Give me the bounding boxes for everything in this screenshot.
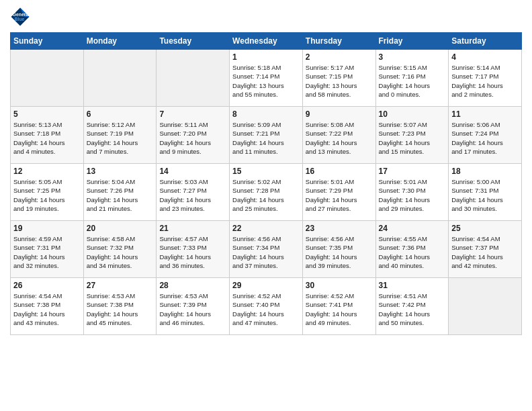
calendar-cell: 30Sunrise: 4:52 AMSunset: 7:41 PMDayligh… [302, 278, 375, 335]
day-info: Sunrise: 4:52 AMSunset: 7:41 PMDaylight:… [306, 291, 373, 327]
calendar-cell [157, 50, 230, 107]
day-number: 15 [232, 167, 300, 176]
day-info: Sunrise: 5:15 AMSunset: 7:16 PMDaylight:… [379, 63, 446, 99]
day-info: Sunrise: 5:08 AMSunset: 7:22 PMDaylight:… [306, 120, 373, 156]
day-number: 19 [13, 224, 81, 233]
day-number: 10 [379, 109, 446, 119]
calendar-cell: 4Sunrise: 5:14 AMSunset: 7:17 PMDaylight… [449, 50, 522, 107]
day-info: Sunrise: 5:04 AMSunset: 7:26 PMDaylight:… [87, 177, 154, 213]
logo-icon: General Blue [10, 7, 30, 27]
day-info: Sunrise: 5:13 AMSunset: 7:18 PMDaylight:… [13, 120, 81, 156]
day-number: 6 [87, 109, 154, 119]
calendar-cell: 13Sunrise: 5:04 AMSunset: 7:26 PMDayligh… [83, 164, 157, 221]
day-number: 21 [159, 224, 226, 233]
day-header-tuesday: Tuesday [157, 33, 230, 50]
day-number: 24 [379, 224, 446, 233]
header: General Blue [10, 7, 522, 27]
calendar-cell: 1Sunrise: 5:18 AMSunset: 7:14 PMDaylight… [230, 50, 303, 107]
day-header-wednesday: Wednesday [230, 33, 303, 50]
calendar-cell: 27Sunrise: 4:53 AMSunset: 7:38 PMDayligh… [83, 278, 157, 335]
day-number: 25 [451, 224, 519, 233]
day-info: Sunrise: 5:11 AMSunset: 7:20 PMDaylight:… [159, 120, 226, 156]
svg-text:Blue: Blue [15, 17, 25, 21]
svg-text:General: General [13, 12, 30, 17]
day-info: Sunrise: 4:56 AMSunset: 7:34 PMDaylight:… [232, 234, 300, 270]
day-number: 26 [13, 281, 81, 290]
day-info: Sunrise: 5:02 AMSunset: 7:28 PMDaylight:… [232, 177, 300, 213]
calendar-cell: 17Sunrise: 5:01 AMSunset: 7:30 PMDayligh… [375, 164, 449, 221]
calendar-cell: 21Sunrise: 4:57 AMSunset: 7:33 PMDayligh… [157, 221, 230, 278]
calendar-cell: 9Sunrise: 5:08 AMSunset: 7:22 PMDaylight… [302, 107, 375, 164]
calendar-cell: 25Sunrise: 4:54 AMSunset: 7:37 PMDayligh… [449, 221, 522, 278]
calendar-cell: 12Sunrise: 5:05 AMSunset: 7:25 PMDayligh… [11, 164, 84, 221]
calendar-cell: 11Sunrise: 5:06 AMSunset: 7:24 PMDayligh… [449, 107, 522, 164]
day-header-saturday: Saturday [449, 33, 522, 50]
day-info: Sunrise: 4:59 AMSunset: 7:31 PMDaylight:… [13, 234, 81, 270]
day-number: 4 [451, 52, 519, 62]
day-info: Sunrise: 4:53 AMSunset: 7:38 PMDaylight:… [87, 291, 154, 327]
calendar-cell: 20Sunrise: 4:58 AMSunset: 7:32 PMDayligh… [83, 221, 157, 278]
day-info: Sunrise: 4:55 AMSunset: 7:36 PMDaylight:… [379, 234, 446, 270]
day-number: 13 [87, 167, 154, 176]
day-number: 28 [159, 281, 226, 290]
calendar-cell: 24Sunrise: 4:55 AMSunset: 7:36 PMDayligh… [375, 221, 449, 278]
week-row-1: 1Sunrise: 5:18 AMSunset: 7:14 PMDaylight… [11, 50, 522, 107]
day-number: 7 [159, 109, 226, 119]
day-number: 12 [13, 167, 81, 176]
day-number: 17 [379, 167, 446, 176]
calendar-cell: 26Sunrise: 4:54 AMSunset: 7:38 PMDayligh… [11, 278, 84, 335]
day-info: Sunrise: 5:00 AMSunset: 7:31 PMDaylight:… [451, 177, 519, 213]
header-row: SundayMondayTuesdayWednesdayThursdayFrid… [11, 33, 522, 50]
calendar-cell [449, 278, 522, 335]
day-info: Sunrise: 4:56 AMSunset: 7:35 PMDaylight:… [306, 234, 373, 270]
week-row-3: 12Sunrise: 5:05 AMSunset: 7:25 PMDayligh… [11, 164, 522, 221]
day-number: 9 [306, 109, 373, 119]
week-row-2: 5Sunrise: 5:13 AMSunset: 7:18 PMDaylight… [11, 107, 522, 164]
calendar-cell: 22Sunrise: 4:56 AMSunset: 7:34 PMDayligh… [230, 221, 303, 278]
calendar-cell: 16Sunrise: 5:01 AMSunset: 7:29 PMDayligh… [302, 164, 375, 221]
day-info: Sunrise: 4:57 AMSunset: 7:33 PMDaylight:… [159, 234, 226, 270]
day-info: Sunrise: 4:54 AMSunset: 7:37 PMDaylight:… [451, 234, 519, 270]
calendar-cell: 10Sunrise: 5:07 AMSunset: 7:23 PMDayligh… [375, 107, 449, 164]
day-info: Sunrise: 5:07 AMSunset: 7:23 PMDaylight:… [379, 120, 446, 156]
day-info: Sunrise: 5:18 AMSunset: 7:14 PMDaylight:… [232, 63, 300, 99]
logo: General Blue [10, 7, 33, 27]
calendar-cell: 8Sunrise: 5:09 AMSunset: 7:21 PMDaylight… [230, 107, 303, 164]
day-info: Sunrise: 5:17 AMSunset: 7:15 PMDaylight:… [306, 63, 373, 99]
calendar-cell: 3Sunrise: 5:15 AMSunset: 7:16 PMDaylight… [375, 50, 449, 107]
day-number: 8 [232, 109, 300, 119]
day-info: Sunrise: 4:52 AMSunset: 7:40 PMDaylight:… [232, 291, 300, 327]
calendar-cell: 15Sunrise: 5:02 AMSunset: 7:28 PMDayligh… [230, 164, 303, 221]
day-number: 23 [306, 224, 373, 233]
day-number: 16 [306, 167, 373, 176]
week-row-4: 19Sunrise: 4:59 AMSunset: 7:31 PMDayligh… [11, 221, 522, 278]
day-info: Sunrise: 4:54 AMSunset: 7:38 PMDaylight:… [13, 291, 81, 327]
calendar-cell: 5Sunrise: 5:13 AMSunset: 7:18 PMDaylight… [11, 107, 84, 164]
day-number: 30 [306, 281, 373, 290]
calendar-table: SundayMondayTuesdayWednesdayThursdayFrid… [10, 32, 522, 335]
calendar-cell: 31Sunrise: 4:51 AMSunset: 7:42 PMDayligh… [375, 278, 449, 335]
day-info: Sunrise: 4:53 AMSunset: 7:39 PMDaylight:… [159, 291, 226, 327]
calendar-cell: 7Sunrise: 5:11 AMSunset: 7:20 PMDaylight… [157, 107, 230, 164]
day-number: 14 [159, 167, 226, 176]
calendar-cell: 2Sunrise: 5:17 AMSunset: 7:15 PMDaylight… [302, 50, 375, 107]
day-info: Sunrise: 4:58 AMSunset: 7:32 PMDaylight:… [87, 234, 154, 270]
calendar-cell [83, 50, 157, 107]
day-number: 29 [232, 281, 300, 290]
week-row-5: 26Sunrise: 4:54 AMSunset: 7:38 PMDayligh… [11, 278, 522, 335]
day-number: 3 [379, 52, 446, 62]
page: General Blue SundayMondayTuesdayWednesda… [0, 0, 532, 342]
day-info: Sunrise: 5:05 AMSunset: 7:25 PMDaylight:… [13, 177, 81, 213]
day-number: 18 [451, 167, 519, 176]
calendar-cell: 19Sunrise: 4:59 AMSunset: 7:31 PMDayligh… [11, 221, 84, 278]
day-number: 11 [451, 109, 519, 119]
day-info: Sunrise: 4:51 AMSunset: 7:42 PMDaylight:… [379, 291, 446, 327]
day-number: 31 [379, 281, 446, 290]
day-info: Sunrise: 5:03 AMSunset: 7:27 PMDaylight:… [159, 177, 226, 213]
day-number: 1 [232, 52, 300, 62]
day-number: 20 [87, 224, 154, 233]
day-number: 27 [87, 281, 154, 290]
day-info: Sunrise: 5:01 AMSunset: 7:29 PMDaylight:… [306, 177, 373, 213]
day-info: Sunrise: 5:14 AMSunset: 7:17 PMDaylight:… [451, 63, 519, 99]
calendar-cell: 6Sunrise: 5:12 AMSunset: 7:19 PMDaylight… [83, 107, 157, 164]
